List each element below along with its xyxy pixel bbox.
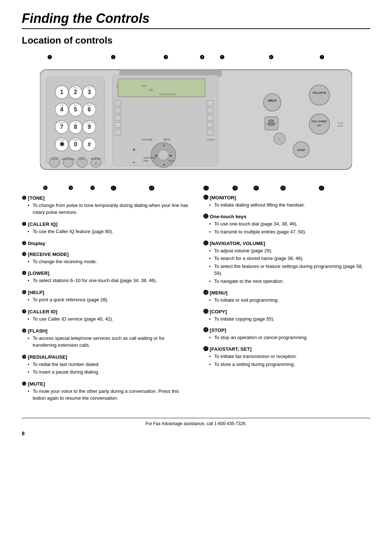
callout-16-bottom: ⓰ <box>280 185 286 191</box>
item-lower-title: ❺ [LOWER] <box>22 270 189 276</box>
svg-text:–: – <box>132 159 135 165</box>
item-redial-bullet-1: To redial the last number dialed. <box>28 361 189 368</box>
svg-point-77 <box>264 94 281 111</box>
svg-rect-59 <box>207 108 213 113</box>
svg-text:▲: ▲ <box>163 143 166 147</box>
svg-text:+: + <box>132 147 135 152</box>
svg-text:5: 5 <box>74 106 77 113</box>
item-one-touch-bullet-2: To transmit to multiple entries (page 47… <box>209 229 370 236</box>
item-menu-label: ⓮ [MENU] <box>203 290 228 296</box>
svg-text:MENU: MENU <box>163 138 171 141</box>
item-redial: ❾ [REDIAL/PAUSE] To redial the last numb… <box>22 354 189 376</box>
svg-text:NEXT: NEXT <box>169 160 174 162</box>
item-flash-label: ❽ [FLASH] <box>22 328 48 334</box>
item-stop-label: ⓰ [STOP] <box>203 327 226 333</box>
item-fax-start-title: ⓱ [FAX/START, SET] <box>203 346 370 352</box>
item-caller-iq-label: ❷ [CALLER IQ] <box>22 221 58 227</box>
item-tone-bullets: To change from pulse to tone temporarily… <box>22 202 189 216</box>
svg-text:PREV: PREV <box>143 160 149 162</box>
item-caller-id-title: ❼ [CALLER ID] <box>22 309 189 314</box>
item-navigator-bullet-4: To navigate to the next operation. <box>209 278 370 285</box>
svg-text:WXYZ: WXYZ <box>86 122 93 124</box>
svg-text:0: 0 <box>74 141 77 147</box>
callout-17-bottom: ⓱ <box>319 185 324 191</box>
item-tone: ❶ [TONE] To change from pulse to tone te… <box>22 195 189 216</box>
svg-text:FLASH: FLASH <box>51 158 58 160</box>
item-navigator-bullet-3: To select the features or feature settin… <box>209 263 370 277</box>
item-lower-bullets: To select stations 6–10 for one-touch di… <box>22 277 189 284</box>
item-caller-id-bullet-1: To use Caller ID service (page 40, 42). <box>28 316 189 323</box>
page-number: 8 <box>22 431 370 436</box>
footer-text: For Fax Advantage assistance, call 1-800… <box>146 421 246 426</box>
item-one-touch-title: ⓬ One-touch keys <box>203 214 370 219</box>
svg-text:▶: ▶ <box>170 154 172 157</box>
callout-9-bottom: ❾ <box>68 185 73 191</box>
item-fax-start-bullets: To initiate fax transmission or receptio… <box>203 353 370 368</box>
item-navigator-title: ⓭ [NAVIGATOR, VOLUME] <box>203 241 370 246</box>
item-menu-bullet-1: To initiate or exit programming. <box>209 297 370 304</box>
callout-2-top: ❷ <box>111 54 115 61</box>
svg-text:JKL: JKL <box>74 104 78 106</box>
item-receive-mode-label: ❹ [RECEIVE MODE] <box>22 251 69 257</box>
item-fax-start-label: ⓱ [FAX/START, SET] <box>203 346 252 352</box>
item-help-title: ❻ [HELP] <box>22 289 189 295</box>
left-column: ❶ [TONE] To change from pulse to tone te… <box>22 195 189 407</box>
svg-text:M: M <box>95 163 97 165</box>
svg-text:4: 4 <box>60 106 64 113</box>
item-caller-id-bullets: To use Caller ID service (page 40, 42). <box>22 316 189 323</box>
svg-text:SET: SET <box>317 124 322 127</box>
svg-text:MONITOR: MONITOR <box>91 158 101 160</box>
sub-title: Location of controls <box>22 35 370 46</box>
item-receive-mode: ❹ [RECEIVE MODE] To change the receiving… <box>22 251 189 265</box>
device-diagram: ❶ ❷ ❸ ❹ ❺ ❻ ❼ 1 2 ABC <box>22 53 370 191</box>
callout-7-top: ❼ <box>319 54 324 61</box>
callout-3-top: ❸ <box>163 54 168 61</box>
callout-12-bottom: ⓬ <box>149 185 154 191</box>
item-caller-iq: ❷ [CALLER IQ] To use the Caller IQ featu… <box>22 221 189 235</box>
item-lower-label: ❺ [LOWER] <box>22 270 49 276</box>
item-one-touch-bullets: To use one-touch dial (page 34, 38, 46).… <box>203 221 370 236</box>
item-display-title: ❸ Display <box>22 240 189 246</box>
svg-rect-62 <box>207 130 213 135</box>
svg-text:OPER: OPER <box>72 139 79 141</box>
item-one-touch: ⓬ One-touch keys To use one-touch dial (… <box>203 214 370 236</box>
item-mute-bullets: To mute your voice to the other party du… <box>22 388 189 402</box>
item-mute-bullet-1: To mute your voice to the other party du… <box>28 388 189 402</box>
item-stop-title: ⓰ [STOP] <box>203 327 370 333</box>
item-tone-label: ❶ [TONE] <box>22 195 45 201</box>
item-lower: ❺ [LOWER] To select stations 6–10 for on… <box>22 270 189 284</box>
item-receive-mode-bullet-1: To change the receiving mode. <box>28 258 189 265</box>
item-navigator-bullet-2: To search for a stored name (page 38, 46… <box>209 255 370 262</box>
item-flash: ❽ [FLASH] To access special telephone se… <box>22 328 189 349</box>
svg-text:FAX: FAX <box>142 85 147 87</box>
callout-5-top: ❺ <box>220 54 224 61</box>
svg-text:2: 2 <box>74 89 77 95</box>
item-stop: ⓰ [STOP] To stop an operation or cancel … <box>203 327 370 341</box>
svg-rect-60 <box>207 115 213 121</box>
item-tone-bullet-1: To change from pulse to tone temporarily… <box>28 202 189 216</box>
svg-text:MNO: MNO <box>87 104 92 106</box>
item-copy: ⓯ [COPY] To initiate copying (page 55). <box>203 309 370 323</box>
item-fax-start-bullet-2: To store a setting during programming. <box>209 361 370 368</box>
svg-text:8: 8 <box>74 124 77 130</box>
svg-rect-83 <box>269 120 274 126</box>
callout-15-bottom: ⓯ <box>253 185 259 191</box>
content-area: ❶ [TONE] To change from pulse to tone te… <box>22 195 370 407</box>
item-navigator-bullets: To adjust volume (page 29). To search fo… <box>203 248 370 285</box>
item-caller-iq-title: ❷ [CALLER IQ] <box>22 221 189 227</box>
svg-text:HELP: HELP <box>268 99 277 102</box>
item-redial-bullet-2: To insert a pause during dialing. <box>28 369 189 376</box>
svg-text:CALLER ID: CALLER ID <box>313 91 326 94</box>
fax-machine-image: 1 2 ABC 3 DEF 4 GHI 5 JKL 6 MNO 7 <box>40 66 352 173</box>
svg-text:GHI: GHI <box>60 104 64 106</box>
svg-text:REDIAL/PAUSE: REDIAL/PAUSE <box>62 158 75 160</box>
main-title: Finding the Controls <box>22 11 370 29</box>
item-display: ❸ Display <box>22 240 189 246</box>
item-monitor-bullets: To initiate dialing without lifting the … <box>203 202 370 209</box>
svg-text:TEL: TEL <box>149 89 154 91</box>
svg-rect-58 <box>207 101 213 106</box>
svg-text:RECEIVE MODE: RECEIVE MODE <box>160 93 176 95</box>
svg-text:3: 3 <box>88 89 91 95</box>
callout-4-top: ❹ <box>200 54 204 61</box>
item-redial-bullets: To redial the last number dialed. To ins… <box>22 361 189 376</box>
